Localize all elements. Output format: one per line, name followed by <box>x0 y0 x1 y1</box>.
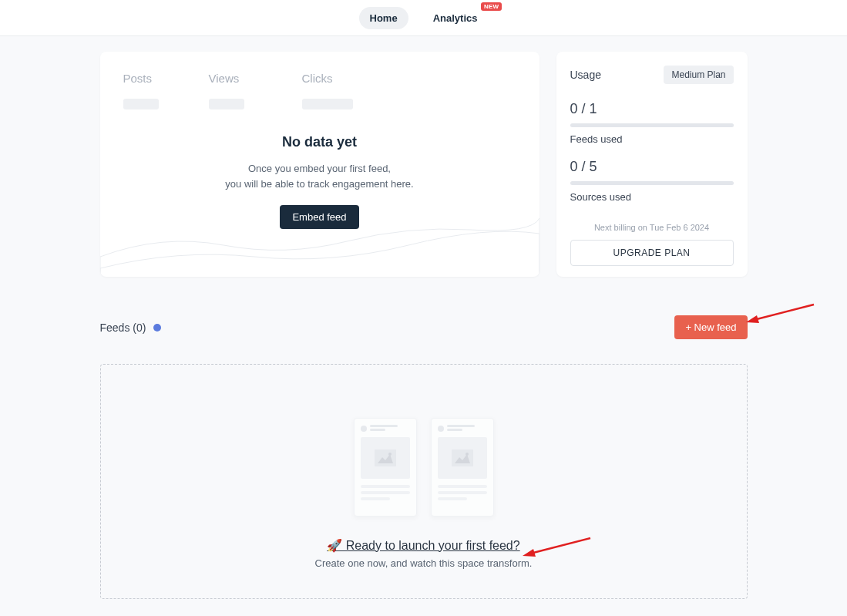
image-placeholder-icon <box>438 437 487 479</box>
new-feed-button[interactable]: + New feed <box>674 315 747 339</box>
top-row: Posts Views Clicks No data yet Once you … <box>100 52 748 277</box>
empty-feed-box: 🚀 Ready to launch your first feed? Creat… <box>100 364 748 599</box>
feeds-status-dot <box>153 324 161 332</box>
metric-posts-label: Posts <box>123 72 159 85</box>
placeholder-cards <box>354 418 494 517</box>
no-data-title: No data yet <box>123 134 516 150</box>
sources-used-value: 0 / 5 <box>570 159 734 175</box>
upgrade-plan-button[interactable]: UPGRADE PLAN <box>570 240 734 266</box>
billing-text: Next billing on Tue Feb 6 2024 <box>570 223 734 232</box>
main-container: Posts Views Clicks No data yet Once you … <box>100 36 748 599</box>
feeds-header-row: Feeds (0) + New feed <box>100 315 748 339</box>
metrics-card: Posts Views Clicks No data yet Once you … <box>100 52 539 277</box>
svg-rect-0 <box>375 449 396 466</box>
metric-posts: Posts <box>123 72 159 109</box>
svg-marker-9 <box>523 549 536 557</box>
no-data-line1: Once you embed your first feed, <box>248 163 391 174</box>
placeholder-card <box>354 418 417 517</box>
svg-line-6 <box>754 305 814 320</box>
metric-clicks: Clicks <box>302 72 353 109</box>
metric-clicks-skeleton <box>302 99 353 109</box>
no-data-desc: Once you embed your first feed, you will… <box>123 161 516 191</box>
svg-point-2 <box>388 453 392 456</box>
no-data-section: No data yet Once you embed your first fe… <box>123 134 516 229</box>
svg-marker-7 <box>746 315 759 323</box>
launch-feed-desc: Create one now, and watch this space tra… <box>315 557 533 569</box>
svg-rect-3 <box>452 449 473 466</box>
embed-feed-button[interactable]: Embed feed <box>280 205 358 229</box>
launch-feed-link[interactable]: 🚀 Ready to launch your first feed? <box>327 538 519 553</box>
feeds-count-label: Feeds (0) <box>100 321 146 334</box>
usage-header: Usage Medium Plan <box>570 66 734 84</box>
new-badge: NEW <box>481 2 502 11</box>
feeds-label-wrap: Feeds (0) <box>100 321 162 334</box>
metric-clicks-label: Clicks <box>302 72 353 85</box>
sources-used-bar <box>570 181 734 185</box>
usage-title: Usage <box>570 69 601 81</box>
metrics-row: Posts Views Clicks <box>123 72 516 109</box>
svg-point-5 <box>466 453 469 456</box>
tab-analytics-label: Analytics <box>433 12 478 24</box>
feeds-used-value: 0 / 1 <box>570 101 734 117</box>
tab-analytics[interactable]: Analytics NEW <box>422 7 489 29</box>
feeds-used-label: Feeds used <box>570 133 734 145</box>
tab-home[interactable]: Home <box>359 7 408 29</box>
placeholder-card <box>431 418 494 517</box>
svg-line-8 <box>530 538 590 554</box>
top-nav: Home Analytics NEW <box>0 0 847 36</box>
metric-views-skeleton <box>209 99 244 109</box>
no-data-line2: you will be able to track engagement her… <box>225 178 413 190</box>
usage-card: Usage Medium Plan 0 / 1 Feeds used 0 / 5… <box>556 52 748 277</box>
annotation-arrow-icon <box>746 301 815 325</box>
metric-views-label: Views <box>209 72 244 85</box>
sources-used-label: Sources used <box>570 191 734 203</box>
feeds-used-bar <box>570 123 734 127</box>
metric-posts-skeleton <box>123 99 159 109</box>
annotation-arrow-icon <box>523 535 592 558</box>
image-placeholder-icon <box>361 437 410 479</box>
plan-badge: Medium Plan <box>664 66 733 84</box>
metric-views: Views <box>209 72 244 109</box>
